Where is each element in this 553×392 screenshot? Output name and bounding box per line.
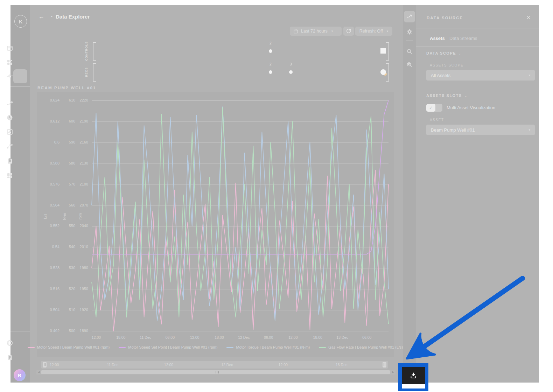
download-icon	[410, 372, 417, 379]
release-notes-icon[interactable]	[6, 354, 13, 361]
timeline-range-bar[interactable]: 12:0011 Dec12:0012 Dec12:0013 Dec	[41, 361, 388, 369]
close-icon[interactable]: ✕	[526, 15, 531, 20]
y-tick-label: 2070	[37, 203, 88, 207]
assets-slots-header[interactable]: ASSETS SLOTS⌄	[426, 93, 468, 98]
zoom-out-icon[interactable]	[406, 48, 413, 55]
time-range-button[interactable]: Last 72 hours ▾	[290, 27, 342, 36]
user-avatar[interactable]: R	[14, 369, 26, 381]
legend-label: Motor Speed Set Point | Beam Pump Well #…	[128, 345, 217, 349]
refresh-mode-button[interactable]: Refresh: Off ▾	[355, 27, 392, 36]
data-scope-header[interactable]: DATA SCOPE⌄	[426, 51, 462, 55]
scrollbar-grip	[216, 371, 219, 373]
y-tick-label: 1950	[37, 287, 88, 291]
y-axis-unit-nm: N·m	[63, 213, 66, 220]
event-marker-count: 2	[270, 41, 272, 45]
recs-bracket-right	[386, 63, 389, 82]
y-tick-label: 2100	[37, 182, 88, 186]
legend-label: Gas Flow Rate | Beam Pump Well #01 (L/s)	[328, 345, 403, 349]
controls-bracket-left	[93, 42, 96, 61]
check-icon: ✓	[429, 105, 433, 110]
series-line	[92, 100, 388, 254]
legend-swatch	[119, 347, 126, 348]
left-sidebar: K	[10, 5, 30, 383]
legend-label: Motor Torque | Beam Pump Well #01 (N·m)	[236, 345, 310, 349]
assets-scope-label: ASSETS SCOPE	[430, 63, 463, 67]
scroll-right-icon[interactable]: ►	[391, 370, 396, 374]
x-tick-label: 06:00	[264, 335, 273, 340]
tab-data-streams[interactable]: Data Streams	[449, 36, 477, 41]
x-tick-label: 11 Dec	[140, 335, 151, 340]
caret-down-icon: ▾	[331, 29, 333, 33]
recs-end-marker[interactable]	[380, 69, 386, 75]
legend-item[interactable]: Gas Flow Rate | Beam Pump Well #01 (L/s)	[319, 345, 403, 349]
chart-plot-area[interactable]	[92, 100, 388, 331]
clock-history-icon[interactable]	[6, 114, 13, 121]
app-logo[interactable]: K	[14, 15, 27, 28]
series-line	[92, 107, 388, 324]
logo-cell: K	[10, 5, 30, 37]
legend-item[interactable]: Motor Speed | Beam Pump Well #01 (rpm)	[28, 345, 110, 349]
series-line	[92, 107, 388, 321]
download-highlight-box	[398, 363, 428, 391]
legend-swatch	[28, 347, 35, 348]
strip-divider	[406, 41, 413, 41]
multi-asset-toggle[interactable]: ✓	[426, 104, 442, 112]
legend-label: Motor Speed | Beam Pump Well #01 (rpm)	[37, 345, 110, 349]
multi-asset-toggle-label: Multi Asset Visualization	[447, 105, 495, 110]
timeline-label: 11 Dec	[107, 363, 118, 367]
checklist-icon[interactable]	[6, 158, 13, 164]
time-range-label: Last 72 hours	[301, 29, 328, 34]
legend-swatch	[226, 347, 233, 348]
sidebar-divider-bottom	[10, 331, 30, 331]
x-tick-label: 06:00	[166, 335, 175, 340]
event-marker[interactable]	[269, 49, 272, 53]
trend-view-icon[interactable]	[6, 100, 13, 107]
chart-title: BEAM PUMP WELL #01	[37, 86, 96, 90]
data-source-tool-icon[interactable]	[406, 14, 413, 20]
timeline-scrollbar[interactable]: ◄ ►	[36, 370, 396, 374]
caret-down-icon: ▾	[528, 74, 530, 77]
assets-scope-dropdown[interactable]: All Assets ▾	[426, 70, 535, 80]
legend-item[interactable]: Motor Speed Set Point | Beam Pump Well #…	[119, 345, 217, 349]
recs-track-line	[97, 72, 386, 72]
x-tick-label: 12:00	[92, 335, 101, 340]
tab-assets[interactable]: Assets	[430, 36, 445, 41]
legend-swatch	[319, 347, 326, 348]
flow-icon[interactable]	[6, 143, 13, 150]
y-tick-label: 2220	[37, 98, 88, 102]
x-tick-label: 12 Dec	[238, 335, 250, 340]
help-lifesaver-icon[interactable]	[6, 340, 13, 346]
y-tick-label: 2160	[37, 140, 88, 144]
data-explorer-icon[interactable]	[6, 73, 13, 80]
caret-down-icon: ▾	[528, 128, 530, 132]
bar-chart-icon[interactable]	[6, 128, 13, 135]
timeline-left-handle[interactable]	[43, 362, 47, 368]
asset-dropdown[interactable]: Beam Pump Well #01 ▾	[426, 125, 535, 135]
legend-item[interactable]: Motor Torque | Beam Pump Well #01 (N·m)	[226, 345, 310, 349]
zoom-reset-icon[interactable]	[406, 62, 413, 68]
chevron-down-icon: ⌄	[464, 94, 468, 98]
dashboard-grid-icon[interactable]	[6, 172, 13, 179]
applications-icon[interactable]	[6, 59, 13, 66]
calendar-icon	[293, 29, 299, 34]
y-tick-label: 2130	[37, 161, 88, 165]
assets-scope-value: All Assets	[431, 73, 450, 78]
scrollbar-thumb[interactable]	[41, 370, 390, 374]
controls-end-marker[interactable]	[380, 48, 386, 54]
timeline-right-handle[interactable]	[383, 362, 386, 368]
x-tick-label: 18:00	[116, 335, 125, 340]
gear-icon[interactable]	[406, 29, 413, 35]
event-marker-count: 2	[270, 62, 272, 66]
event-marker[interactable]	[289, 70, 293, 74]
sidebar-divider	[10, 86, 30, 87]
refresh-button[interactable]	[343, 27, 354, 36]
assets-library-icon[interactable]	[6, 45, 13, 52]
event-marker-count: 3	[290, 62, 292, 66]
event-marker[interactable]	[269, 70, 272, 74]
download-button[interactable]	[402, 367, 425, 384]
asset-value: Beam Pump Well #01	[431, 127, 475, 133]
sidebar-divider-avatar	[10, 365, 30, 365]
controls-bracket-right	[386, 42, 389, 61]
scroll-left-icon[interactable]: ◄	[36, 370, 41, 374]
back-arrow-icon[interactable]: ←	[38, 13, 44, 20]
